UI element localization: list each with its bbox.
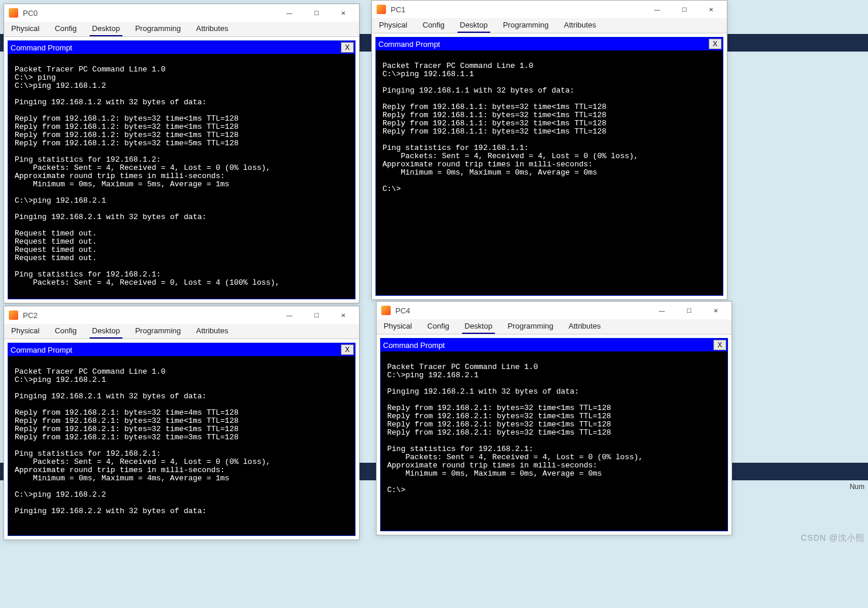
- maximize-button[interactable]: ☐: [675, 302, 702, 319]
- tab-desktop[interactable]: Desktop: [90, 22, 122, 36]
- titlebar-pc1[interactable]: PC1 — ☐ ✕: [372, 1, 727, 18]
- content-area: Command Prompt X Packet Tracer PC Comman…: [4, 339, 359, 539]
- tab-programming[interactable]: Programming: [133, 324, 183, 339]
- command-prompt: Command Prompt X Packet Tracer PC Comman…: [8, 343, 356, 536]
- close-button[interactable]: ✕: [698, 1, 725, 18]
- tab-attributes[interactable]: Attributes: [566, 319, 603, 334]
- tab-programming[interactable]: Programming: [505, 319, 556, 334]
- command-prompt-close-button[interactable]: X: [709, 39, 722, 49]
- tab-physical[interactable]: Physical: [9, 22, 42, 36]
- tab-desktop[interactable]: Desktop: [90, 324, 122, 339]
- command-prompt-header: Command Prompt X: [8, 343, 355, 356]
- command-prompt: Command Prompt X Packet Tracer PC Comman…: [375, 37, 723, 296]
- content-area: Command Prompt X Packet Tracer PC Comman…: [377, 334, 732, 535]
- app-icon: [9, 8, 18, 18]
- minimize-button[interactable]: —: [276, 307, 303, 323]
- content-area: Command Prompt X Packet Tracer PC Comman…: [372, 33, 727, 299]
- window-pc0: PC0 — ☐ ✕ Physical Config Desktop Progra…: [4, 4, 360, 303]
- minimize-button[interactable]: —: [276, 5, 303, 21]
- maximize-button[interactable]: ☐: [303, 307, 330, 323]
- app-icon: [9, 310, 18, 320]
- maximize-button[interactable]: ☐: [303, 5, 330, 21]
- tab-config[interactable]: Config: [52, 22, 79, 36]
- window-title: PC4: [395, 306, 410, 315]
- tab-attributes[interactable]: Attributes: [194, 324, 231, 339]
- terminal-output[interactable]: Packet Tracer PC Command Line 1.0 C:\>pi…: [8, 356, 355, 535]
- tab-attributes[interactable]: Attributes: [562, 18, 599, 33]
- terminal-output[interactable]: Packet Tracer PC Command Line 1.0 C:\>pi…: [376, 50, 723, 295]
- command-prompt-header: Command Prompt X: [381, 339, 727, 351]
- tab-programming[interactable]: Programming: [133, 22, 183, 36]
- command-prompt: Command Prompt X Packet Tracer PC Comman…: [380, 338, 728, 531]
- app-icon: [377, 5, 386, 14]
- command-prompt-header: Command Prompt X: [376, 37, 723, 50]
- terminal-output[interactable]: Packet Tracer PC Command Line 1.0 C:\> p…: [8, 54, 355, 299]
- tab-physical[interactable]: Physical: [9, 324, 42, 339]
- command-prompt-close-button[interactable]: X: [713, 340, 726, 350]
- window-title: PC2: [23, 311, 37, 320]
- window-title: PC0: [23, 9, 37, 18]
- titlebar-pc4[interactable]: PC4 — ☐ ✕: [377, 302, 732, 319]
- terminal-output[interactable]: Packet Tracer PC Command Line 1.0 C:\>pi…: [381, 351, 727, 531]
- command-prompt-title: Command Prompt: [11, 43, 341, 52]
- tab-physical[interactable]: Physical: [377, 18, 409, 33]
- tabs: Physical Config Desktop Programming Attr…: [4, 22, 359, 37]
- tab-attributes[interactable]: Attributes: [194, 22, 231, 36]
- maximize-button[interactable]: ☐: [671, 1, 698, 18]
- app-icon: [381, 306, 391, 315]
- command-prompt-close-button[interactable]: X: [341, 344, 354, 355]
- titlebar-pc0[interactable]: PC0 — ☐ ✕: [4, 4, 359, 22]
- tab-config[interactable]: Config: [52, 324, 79, 339]
- tab-config[interactable]: Config: [425, 319, 452, 334]
- watermark: CSDN @沈小熙: [801, 533, 864, 544]
- tab-desktop[interactable]: Desktop: [462, 319, 495, 334]
- content-area: Command Prompt X Packet Tracer PC Comman…: [4, 37, 359, 303]
- close-button[interactable]: ✕: [702, 302, 729, 319]
- tab-programming[interactable]: Programming: [501, 18, 551, 33]
- minimize-button[interactable]: —: [648, 302, 675, 319]
- tabs: Physical Config Desktop Programming Attr…: [4, 324, 359, 339]
- close-button[interactable]: ✕: [330, 307, 357, 323]
- tab-physical[interactable]: Physical: [381, 319, 414, 334]
- command-prompt-title: Command Prompt: [11, 346, 341, 354]
- minimize-button[interactable]: —: [644, 1, 671, 18]
- command-prompt-title: Command Prompt: [378, 40, 709, 49]
- window-pc2: PC2 — ☐ ✕ Physical Config Desktop Progra…: [4, 306, 360, 540]
- tab-desktop[interactable]: Desktop: [457, 18, 490, 33]
- window-pc4: PC4 — ☐ ✕ Physical Config Desktop Progra…: [376, 301, 732, 535]
- window-title: PC1: [391, 5, 405, 14]
- titlebar-pc2[interactable]: PC2 — ☐ ✕: [4, 306, 359, 324]
- tab-config[interactable]: Config: [420, 18, 447, 33]
- tabs: Physical Config Desktop Programming Attr…: [377, 319, 732, 334]
- tabs: Physical Config Desktop Programming Attr…: [372, 18, 727, 33]
- window-pc1: PC1 — ☐ ✕ Physical Config Desktop Progra…: [371, 0, 727, 300]
- command-prompt: Command Prompt X Packet Tracer PC Comman…: [8, 40, 356, 299]
- command-prompt-header: Command Prompt X: [8, 41, 355, 54]
- status-num: Num: [850, 483, 864, 491]
- command-prompt-close-button[interactable]: X: [341, 42, 354, 53]
- command-prompt-title: Command Prompt: [383, 341, 713, 350]
- close-button[interactable]: ✕: [330, 5, 357, 21]
